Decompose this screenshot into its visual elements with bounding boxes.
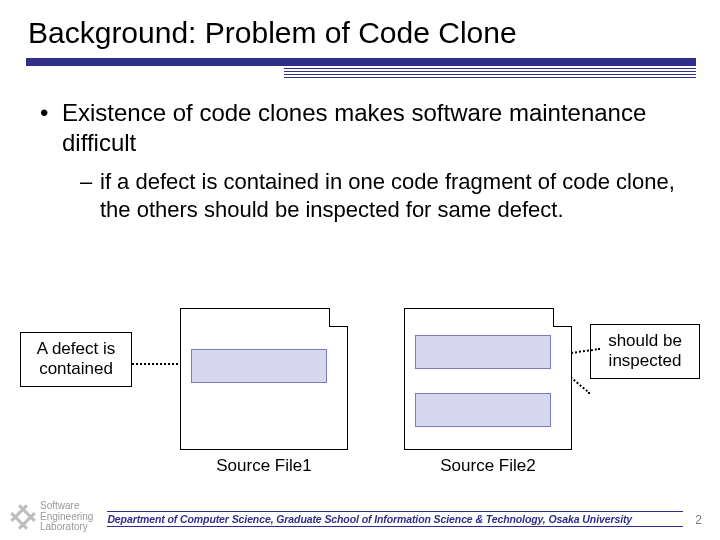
- callout-defect: A defect is contained: [20, 332, 132, 387]
- title-rule: [24, 58, 696, 78]
- lab-logo: Software Engineering Laboratory: [12, 501, 93, 533]
- department-block: Department of Computer Science, Graduate…: [107, 507, 683, 527]
- code-fragment: [191, 349, 327, 383]
- callout-inspect: should be inspected: [590, 324, 700, 379]
- file2-label: Source File2: [404, 456, 572, 476]
- page-number: 2: [695, 507, 702, 527]
- file1-label: Source File1: [180, 456, 348, 476]
- bullet-level2: if a defect is contained in one code fra…: [80, 168, 682, 223]
- logo-text: Software Engineering Laboratory: [40, 501, 93, 533]
- logo-mark-icon: [7, 501, 38, 532]
- source-file-1-icon: [180, 308, 348, 450]
- bullet-l2-text: if a defect is contained in one code fra…: [100, 169, 675, 222]
- content-area: Existence of code clones makes software …: [24, 80, 696, 223]
- department-text: Department of Computer Science, Graduate…: [107, 513, 683, 527]
- bullet-level1: Existence of code clones makes software …: [38, 98, 682, 223]
- source-file-2-icon: [404, 308, 572, 450]
- slide: Background: Problem of Code Clone Existe…: [0, 0, 720, 540]
- logo-line3: Laboratory: [40, 522, 93, 533]
- code-fragment: [415, 393, 551, 427]
- footer: Software Engineering Laboratory Departme…: [0, 500, 720, 534]
- slide-title: Background: Problem of Code Clone: [24, 12, 696, 58]
- diagram: A defect is contained should be inspecte…: [0, 302, 720, 502]
- bullet-l1-text: Existence of code clones makes software …: [62, 99, 646, 156]
- code-fragment: [415, 335, 551, 369]
